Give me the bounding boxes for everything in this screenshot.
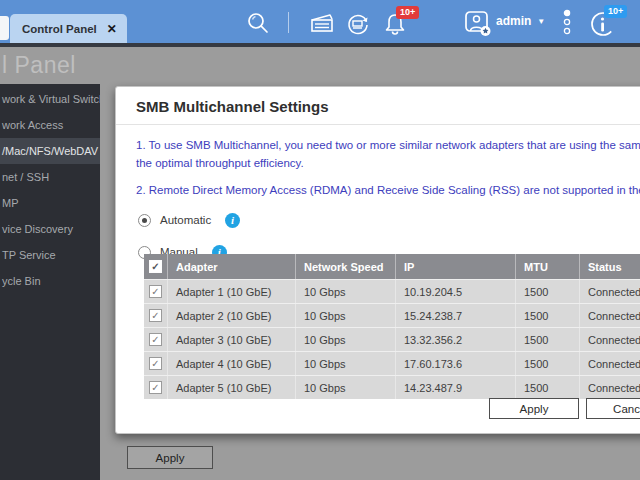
topbar-divider <box>288 12 289 33</box>
tab-control-panel[interactable]: Control Panel ✕ <box>10 14 127 43</box>
close-icon[interactable]: ✕ <box>107 22 117 36</box>
automatic-radio-label: Automatic <box>160 214 211 226</box>
sidebar-item-win-mac-nfs-webdav[interactable]: /Mac/NFS/WebDAV <box>0 138 100 164</box>
cell-adapter: Adapter 4 (10 GbE) <box>168 352 296 375</box>
cancel-button[interactable]: Cancel <box>586 398 640 419</box>
cell-speed: 10 Gbps <box>296 304 396 327</box>
dialog-notes: 1. To use SMB Multichannel, you need two… <box>136 136 640 199</box>
apply-button[interactable]: Apply <box>489 398 579 419</box>
table-row[interactable]: ✓ Adapter 4 (10 GbE) 10 Gbps 17.60.173.6… <box>144 351 640 375</box>
cell-mtu: 1500 <box>516 352 580 375</box>
note-1-line-1: 1. To use SMB Multichannel, you need two… <box>136 136 640 154</box>
smb-multichannel-dialog: SMB Multichannel Settings 1. To use SMB … <box>115 86 640 434</box>
select-all-checkbox[interactable]: ✓ <box>149 260 162 273</box>
sidebar-item-recycle-bin[interactable]: ycle Bin <box>0 268 100 294</box>
app-icon[interactable] <box>0 16 9 40</box>
cell-ip: 14.23.487.9 <box>396 376 516 399</box>
row-checkbox[interactable]: ✓ <box>149 285 162 298</box>
column-header-mtu[interactable]: MTU <box>516 254 580 279</box>
adapter-table: ✓ Adapter Network Speed IP MTU Status ✓ … <box>144 254 640 399</box>
note-2: 2. Remote Direct Memory Access (RDMA) an… <box>136 181 640 199</box>
column-header-adapter[interactable]: Adapter <box>168 254 296 279</box>
cell-status: Connected <box>580 328 640 351</box>
sidebar-item-service-discovery[interactable]: vice Discovery <box>0 216 100 242</box>
cell-ip: 15.24.238.7 <box>396 304 516 327</box>
more-menu-icon[interactable] <box>560 9 574 37</box>
sidebar-item-telnet-ssh[interactable]: net / SSH <box>0 164 100 190</box>
cell-ip: 17.60.173.6 <box>396 352 516 375</box>
cell-ip: 13.32.356.2 <box>396 328 516 351</box>
column-header-ip[interactable]: IP <box>396 254 516 279</box>
column-header-network-speed[interactable]: Network Speed <box>296 254 396 279</box>
cell-mtu: 1500 <box>516 376 580 399</box>
cell-speed: 10 Gbps <box>296 280 396 303</box>
tab-label: Control Panel <box>22 23 97 35</box>
table-row[interactable]: ✓ Adapter 3 (10 GbE) 10 Gbps 13.32.356.2… <box>144 327 640 351</box>
cell-status: Connected <box>580 352 640 375</box>
sidebar-item-snmp[interactable]: MP <box>0 190 100 216</box>
table-header-row: ✓ Adapter Network Speed IP MTU Status <box>144 254 640 279</box>
cell-status: Connected <box>580 304 640 327</box>
dialog-divider <box>116 124 640 125</box>
cell-status: Connected <box>580 280 640 303</box>
info-icon[interactable]: i <box>225 213 240 228</box>
sync-icon[interactable] <box>344 11 372 37</box>
radio-row-automatic: Automatic i <box>138 209 640 231</box>
sidebar-item-network-virtual-switch[interactable]: work & Virtual Switch <box>0 86 100 112</box>
cell-status: Connected <box>580 376 640 399</box>
cell-mtu: 1500 <box>516 328 580 351</box>
cell-mtu: 1500 <box>516 304 580 327</box>
page-header: l Panel <box>0 47 640 84</box>
page-apply-button[interactable]: Apply <box>127 446 213 469</box>
row-checkbox[interactable]: ✓ <box>149 381 162 394</box>
row-checkbox[interactable]: ✓ <box>149 333 162 346</box>
cell-adapter: Adapter 3 (10 GbE) <box>168 328 296 351</box>
cell-adapter: Adapter 1 (10 GbE) <box>168 280 296 303</box>
topbar-shadow-strip <box>0 43 640 47</box>
cell-ip: 10.19.204.5 <box>396 280 516 303</box>
topbar: Control Panel ✕ 10+ <box>0 0 640 43</box>
page-title: l Panel <box>2 52 76 79</box>
system-info-badge: 10+ <box>604 5 627 18</box>
cell-speed: 10 Gbps <box>296 352 396 375</box>
cell-adapter: Adapter 2 (10 GbE) <box>168 304 296 327</box>
chevron-down-icon: ▼ <box>537 17 545 26</box>
notifications-badge: 10+ <box>396 6 419 19</box>
cell-speed: 10 Gbps <box>296 328 396 351</box>
search-icon[interactable] <box>246 11 270 35</box>
sidebar-item-network-access[interactable]: work Access <box>0 112 100 138</box>
automatic-radio[interactable] <box>138 214 151 227</box>
user-menu[interactable]: admin ▼ <box>496 14 545 28</box>
cell-speed: 10 Gbps <box>296 376 396 399</box>
cell-mtu: 1500 <box>516 280 580 303</box>
row-checkbox[interactable]: ✓ <box>149 309 162 322</box>
user-icon[interactable] <box>463 10 493 38</box>
column-header-status[interactable]: Status <box>580 254 640 279</box>
cell-adapter: Adapter 5 (10 GbE) <box>168 376 296 399</box>
background-task-icon[interactable] <box>308 11 336 35</box>
table-row[interactable]: ✓ Adapter 1 (10 GbE) 10 Gbps 10.19.204.5… <box>144 279 640 303</box>
user-name: admin <box>496 14 531 28</box>
table-row[interactable]: ✓ Adapter 2 (10 GbE) 10 Gbps 15.24.238.7… <box>144 303 640 327</box>
note-1-line-2: the optimal throughput efficiency. <box>136 154 640 172</box>
row-checkbox[interactable]: ✓ <box>149 357 162 370</box>
sidebar: work & Virtual Switch work Access /Mac/N… <box>0 84 100 480</box>
sidebar-item-ftp-service[interactable]: TP Service <box>0 242 100 268</box>
table-row[interactable]: ✓ Adapter 5 (10 GbE) 10 Gbps 14.23.487.9… <box>144 375 640 399</box>
dialog-title: SMB Multichannel Settings <box>116 87 640 124</box>
